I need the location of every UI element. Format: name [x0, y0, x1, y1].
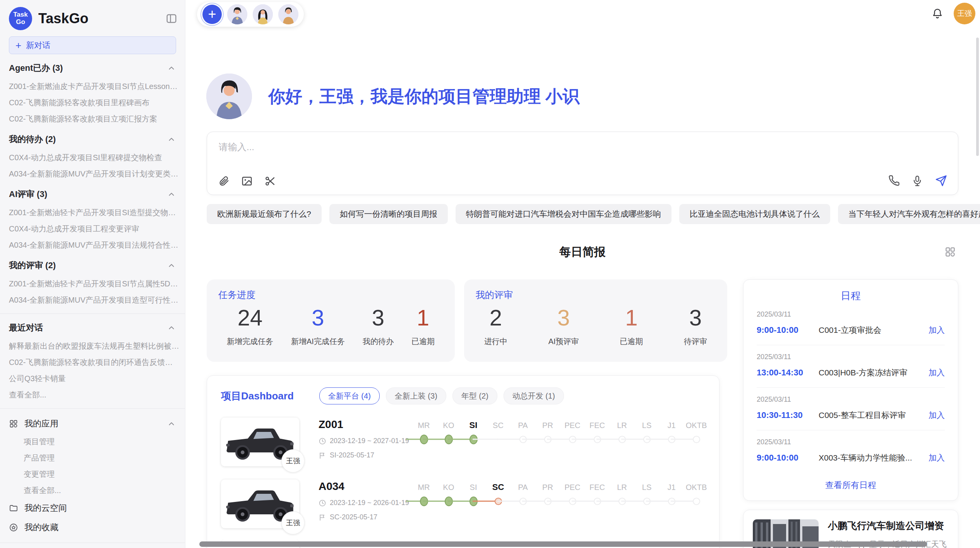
- stat-label: 待评审: [684, 336, 707, 347]
- sidebar-item-cloud[interactable]: 我的云空间: [9, 498, 176, 518]
- suggestion-chip[interactable]: 特朗普可能对进口汽车增税会对中国车企造成哪些影响: [456, 204, 672, 224]
- chevron-up-icon[interactable]: [167, 64, 176, 72]
- sidebar-item[interactable]: A034-全新新能源MUV产品开发项目法规符合性评审: [9, 237, 180, 253]
- suggestion-chip[interactable]: 欧洲新规最近颁布了什么?: [207, 204, 322, 224]
- scissors-icon[interactable]: [264, 175, 276, 187]
- horizontal-scrollbar[interactable]: [199, 541, 927, 547]
- sidebar-item[interactable]: A034-全新新能源MUV产品开发项目计划变更类编写: [9, 166, 180, 182]
- assistant-avatar-3[interactable]: [278, 4, 298, 24]
- chevron-up-icon[interactable]: [167, 420, 176, 428]
- stat: 1 已逾期: [620, 305, 643, 347]
- join-link[interactable]: 加入: [929, 325, 945, 336]
- stat-value: 2: [484, 305, 507, 331]
- stat-label: 已逾期: [411, 336, 435, 347]
- join-link[interactable]: 加入: [929, 452, 945, 463]
- section-header-recent[interactable]: 最近对话: [9, 319, 176, 336]
- chevron-up-icon[interactable]: [167, 190, 176, 199]
- task-progress-title: 任务进度: [218, 289, 443, 301]
- app-item[interactable]: 变更管理: [24, 466, 185, 482]
- sidebar-item[interactable]: C0X4-动力总成开发项目工程变更评审: [9, 221, 180, 237]
- schedule-name: X003-车辆动力学性能验...: [819, 452, 923, 463]
- section-header-ai-review[interactable]: AI评审 (3): [9, 186, 176, 203]
- chevron-up-icon[interactable]: [167, 135, 176, 144]
- assistant-avatar-2[interactable]: [253, 4, 273, 24]
- sidebar-item[interactable]: A034-全新新能源MUV产品开发项目造型可行性评审: [9, 292, 180, 308]
- chevron-up-icon[interactable]: [167, 324, 176, 332]
- schedule-line: 10:30-11:30 C005-整车工程目标评审 加入: [757, 410, 945, 421]
- collapse-sidebar-icon[interactable]: [166, 13, 177, 24]
- section-header-my-review[interactable]: 我的评审 (2): [9, 257, 176, 274]
- suggestion-chip[interactable]: 比亚迪全固态电池计划具体说了什么: [679, 204, 830, 224]
- my-reviews-title: 我的评审: [476, 289, 716, 301]
- schedule-name: C001-立项审批会: [819, 325, 923, 336]
- join-link[interactable]: 加入: [929, 367, 945, 378]
- milestone-label: KO: [436, 480, 461, 494]
- stat: 2 进行中: [484, 305, 507, 347]
- chat-input[interactable]: [218, 141, 947, 153]
- section-my-review: 我的评审 (2) Z001-全新燃油轻卡产品开发项目SI节点属性5D文件评审A0…: [0, 257, 185, 308]
- content: 你好，王强，我是你的项目管理助理 小识 欧洲新规最近颁布了什么?如何写一份清晰的…: [185, 28, 980, 548]
- suggestion-chip[interactable]: 如何写一份清晰的项目周报: [329, 204, 448, 224]
- milestone: OKTB: [684, 480, 709, 508]
- notification-bell-icon[interactable]: [932, 8, 943, 19]
- dashboard-tab[interactable]: 全新上装 (3): [386, 387, 446, 404]
- project-image-wrap: 王强: [221, 480, 299, 528]
- app-item[interactable]: 项目管理: [24, 433, 185, 450]
- sidebar-item[interactable]: Z001-全新燃油轻卡产品开发项目SI节点属性5D文件评审: [9, 276, 180, 292]
- view-all-schedule-link[interactable]: 查看所有日程: [757, 480, 945, 491]
- recent-conversation-item[interactable]: 公司Q3轻卡销量: [9, 370, 180, 387]
- sidebar-item-favorites[interactable]: 我的收藏: [9, 518, 176, 537]
- sidebar-item[interactable]: Z001-全新燃油轻卡产品开发项目SI造型提交物评审: [9, 204, 180, 221]
- project-row-a034[interactable]: 王强 A034 2023-12-19 ~ 2026-01-19 SC-2025-…: [221, 480, 705, 528]
- stat: 1 已逾期: [411, 305, 435, 347]
- user-avatar[interactable]: 王强: [954, 3, 975, 24]
- add-assistant-button[interactable]: +: [202, 5, 222, 24]
- suggestion-chip[interactable]: 当下年轻人对汽车外观有怎样的喜好趋势: [838, 204, 980, 224]
- stat-value: 3: [684, 305, 707, 331]
- dashboard-tab[interactable]: 全新平台 (4): [319, 387, 380, 404]
- microphone-icon[interactable]: [911, 175, 923, 187]
- send-icon[interactable]: [935, 175, 947, 187]
- section-header-agent-done[interactable]: Agent已办 (3): [9, 60, 176, 77]
- recent-view-all[interactable]: 查看全部...: [9, 387, 180, 403]
- schedule-line: 9:00-10:00 C001-立项审批会 加入: [757, 325, 945, 336]
- schedule-card: 日程 2025/03/11 9:00-10:00 C001-立项审批会 加入 2…: [743, 279, 958, 501]
- sidebar-item[interactable]: C02-飞腾新能源轻客改款项目立项汇报方案: [9, 111, 180, 127]
- stat-value: 24: [227, 305, 273, 331]
- dashboard-tabs: 全新平台 (4)全新上装 (3)年型 (2)动总开发 (1): [319, 387, 564, 404]
- milestone: FEC: [585, 480, 610, 508]
- phone-icon[interactable]: [888, 175, 900, 187]
- attachment-icon[interactable]: [218, 175, 230, 187]
- project-row-z001[interactable]: 王强 Z001 2023-12-19 ~ 2027-01-19 SI-2025-…: [221, 418, 705, 466]
- vertical-scrollbar[interactable]: [976, 38, 979, 156]
- logo-line2: Go: [16, 19, 25, 26]
- dashboard-tab[interactable]: 年型 (2): [452, 387, 497, 404]
- app-item[interactable]: 产品管理: [24, 450, 185, 466]
- milestone: SC: [486, 480, 511, 508]
- milestone-label: PR: [535, 418, 560, 432]
- my-apps-row[interactable]: 我的应用: [9, 414, 176, 433]
- milestone-label: PEC: [560, 418, 585, 432]
- section-recent: 最近对话 解释最新出台的欧盟报废车法规再生塑料比例被调至15%...C02-飞腾…: [0, 319, 185, 403]
- schedule-title: 日程: [757, 289, 945, 303]
- section-header-my-todo[interactable]: 我的待办 (2): [9, 131, 176, 148]
- milestone-dot: [693, 498, 700, 505]
- chevron-up-icon[interactable]: [167, 261, 176, 270]
- join-link[interactable]: 加入: [929, 410, 945, 421]
- image-icon[interactable]: [241, 175, 253, 187]
- sidebar-item[interactable]: C02-飞腾新能源轻客改款项目里程碑画布: [9, 94, 180, 111]
- sidebar-header: Task Go TaskGo: [0, 0, 185, 35]
- recent-conversation-item[interactable]: 解释最新出台的欧盟报废车法规再生塑料比例被调至15%...: [9, 338, 180, 354]
- divider: [0, 408, 185, 409]
- new-chat-button[interactable]: + 新对话: [9, 36, 176, 54]
- sidebar-item[interactable]: C0X4-动力总成开发项目SI里程碑提交物检查: [9, 149, 180, 166]
- recent-conversation-item[interactable]: C02-飞腾新能源轻客改款项目的闭环通告反馈情况: [9, 354, 180, 370]
- layout-grid-icon[interactable]: [944, 246, 956, 258]
- taskgo-logo: Task Go: [9, 7, 32, 30]
- assistant-avatar-1[interactable]: [227, 4, 247, 24]
- dashboard-tab[interactable]: 动总开发 (1): [504, 387, 564, 404]
- milestone: KO: [436, 480, 461, 508]
- plus-icon: +: [15, 40, 21, 50]
- sidebar-item[interactable]: Z001-全新燃油皮卡产品开发项目SI节点Lesson Learn报告: [9, 78, 180, 94]
- apps-view-all[interactable]: 查看全部...: [24, 482, 185, 498]
